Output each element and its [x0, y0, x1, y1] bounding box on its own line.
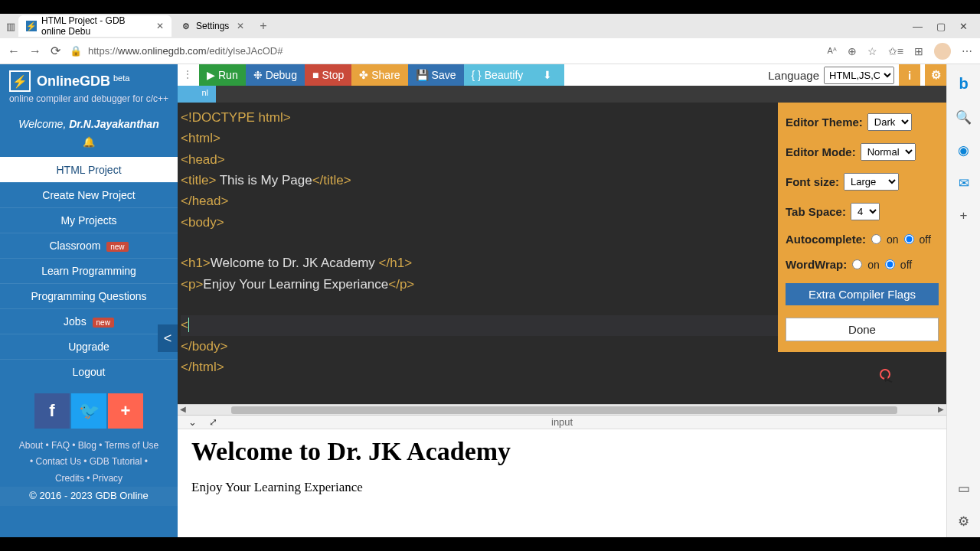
scrollbar-thumb[interactable]: [231, 406, 897, 414]
browser-address-bar: ← → ⟳ 🔒 https://www.onlinegdb.com/edit/y…: [0, 38, 980, 64]
sidebar-item[interactable]: Logout: [0, 359, 178, 384]
zoom-icon[interactable]: ⊕: [848, 45, 857, 57]
braces-icon: { }: [472, 69, 482, 81]
wordwrap-on-radio[interactable]: [852, 259, 862, 269]
share-icon: ✤: [359, 69, 368, 81]
mode-select[interactable]: Normal: [861, 143, 916, 161]
tab-actions-icon[interactable]: ▥: [6, 21, 15, 32]
autocomplete-off-radio[interactable]: [904, 234, 914, 244]
plus-icon[interactable]: +: [960, 208, 968, 223]
tab-title: HTML Project - GDB online Debu: [41, 15, 149, 37]
sidebar-item[interactable]: Programming Questions: [0, 283, 178, 308]
more-icon[interactable]: ⋯: [962, 45, 972, 57]
bug-icon: ❉: [253, 69, 263, 81]
stop-icon: ■: [312, 69, 318, 81]
output-heading: Welcome to Dr. JK Academy: [191, 437, 933, 466]
done-button[interactable]: Done: [786, 318, 939, 341]
star-icon[interactable]: ☆: [867, 45, 877, 57]
favorites-icon[interactable]: ✩≡: [888, 45, 903, 57]
settings-gear-icon[interactable]: ⚙: [925, 64, 946, 86]
sidebar-item[interactable]: My Projects: [0, 207, 178, 233]
tab-title: Settings: [196, 21, 229, 31]
copilot-icon[interactable]: ◉: [958, 142, 969, 158]
font-label: Font size:: [786, 175, 839, 188]
expand-icon[interactable]: ⤢: [209, 416, 217, 428]
reload-icon[interactable]: ⟳: [51, 44, 60, 58]
lock-icon: 🔒: [70, 45, 82, 57]
collapse-sidebar-button[interactable]: <: [158, 324, 178, 352]
save-button[interactable]: 💾Save: [408, 64, 464, 86]
tagline: online compiler and debugger for c/c++: [0, 93, 178, 112]
sidebar-item[interactable]: HTML Project: [0, 157, 178, 182]
collections-icon[interactable]: ⊞: [914, 45, 923, 57]
mode-label: Editor Mode:: [786, 145, 856, 158]
sidebar-item[interactable]: Jobs new: [0, 308, 178, 334]
play-icon: ▶: [207, 69, 215, 81]
autocomplete-label: Autocomplete:: [786, 233, 866, 246]
tab-select[interactable]: 4: [851, 203, 880, 220]
url-input[interactable]: 🔒 https://www.onlinegdb.com/edit/ylseJAc…: [70, 45, 818, 57]
download-icon: ⬇: [543, 69, 552, 81]
file-tabs: nl: [178, 86, 946, 103]
stop-button[interactable]: ■Stop: [305, 64, 351, 86]
sidebar-item[interactable]: Create New Project: [0, 182, 178, 207]
run-button[interactable]: ▶Run: [199, 64, 246, 86]
bell-icon[interactable]: 🔔: [0, 136, 178, 157]
forward-icon[interactable]: →: [29, 44, 41, 58]
search-icon[interactable]: 🔍: [956, 109, 972, 126]
bolt-icon: ⚡: [26, 21, 37, 31]
outlook-icon[interactable]: ✉: [959, 175, 969, 191]
facebook-icon[interactable]: f: [34, 393, 70, 429]
drag-handle-icon[interactable]: [182, 67, 190, 77]
output-pane: Welcome to Dr. JK Academy Enjoy Your Lea…: [178, 429, 946, 537]
font-select[interactable]: Large: [844, 173, 899, 191]
close-icon[interactable]: ✕: [237, 21, 244, 31]
minimize-icon[interactable]: —: [913, 21, 923, 32]
browser-tab-active[interactable]: ⚡ HTML Project - GDB online Debu ✕: [18, 15, 172, 37]
new-badge: new: [93, 318, 114, 328]
maximize-icon[interactable]: ▢: [936, 21, 946, 32]
sidebar: ⚡ OnlineGDB beta online compiler and deb…: [0, 64, 178, 537]
back-icon[interactable]: ←: [8, 44, 20, 58]
download-button[interactable]: ⬇: [531, 64, 564, 86]
browser-side-panel: b 🔍 ◉ ✉ + ▭ ⚙: [946, 64, 980, 537]
plus-icon[interactable]: +: [108, 393, 143, 429]
debug-button[interactable]: ❉Debug: [246, 64, 305, 86]
share-button[interactable]: ✤Share: [351, 64, 407, 86]
horizontal-scrollbar[interactable]: ◀ ▶: [178, 404, 946, 415]
text-size-icon[interactable]: Aᴬ: [827, 46, 836, 56]
file-tab[interactable]: nl: [178, 86, 216, 103]
browser-tab[interactable]: ⚙ Settings ✕: [173, 15, 252, 37]
scroll-left-icon[interactable]: ◀: [178, 405, 188, 413]
panel-icon[interactable]: ▭: [958, 481, 970, 497]
toolbar: ▶Run ❉Debug ■Stop ✤Share 💾Save { }Beauti…: [178, 64, 946, 86]
chevron-down-icon[interactable]: ⌄: [188, 416, 197, 428]
close-icon[interactable]: ✕: [156, 21, 164, 31]
scroll-right-icon[interactable]: ▶: [936, 405, 946, 413]
wordwrap-off-radio[interactable]: [885, 259, 895, 269]
avatar[interactable]: [934, 43, 951, 60]
bing-icon[interactable]: b: [959, 75, 968, 93]
theme-label: Editor Theme:: [786, 116, 863, 129]
beautify-button[interactable]: { }Beautify: [464, 64, 531, 86]
new-tab-button[interactable]: +: [253, 19, 273, 33]
extra-flags-button[interactable]: Extra Compiler Flags: [786, 283, 939, 305]
input-label: input: [551, 416, 573, 428]
sidebar-item[interactable]: Upgrade: [0, 334, 178, 359]
twitter-icon[interactable]: 🐦: [71, 393, 106, 429]
sidebar-item[interactable]: Learn Programming: [0, 258, 178, 283]
language-label: Language: [768, 69, 819, 82]
settings-icon[interactable]: ⚙: [958, 514, 969, 530]
language-select[interactable]: HTML,JS,CSS: [824, 67, 894, 84]
theme-select[interactable]: Dark: [867, 113, 912, 131]
copyright: © 2016 - 2023 GDB Online: [0, 487, 178, 506]
info-icon[interactable]: i: [899, 64, 920, 86]
close-icon[interactable]: ✕: [959, 21, 968, 32]
sidebar-item[interactable]: Classroom new: [0, 233, 178, 258]
panel-collapse-bar[interactable]: ⌄ ⤢ input: [178, 415, 946, 429]
autocomplete-on-radio[interactable]: [871, 234, 881, 244]
new-badge: new: [106, 242, 128, 252]
bolt-icon: ⚡: [9, 70, 31, 92]
footer-links[interactable]: About • FAQ • Blog • Terms of Use • Cont…: [0, 435, 178, 487]
gear-icon: ⚙: [181, 21, 191, 31]
